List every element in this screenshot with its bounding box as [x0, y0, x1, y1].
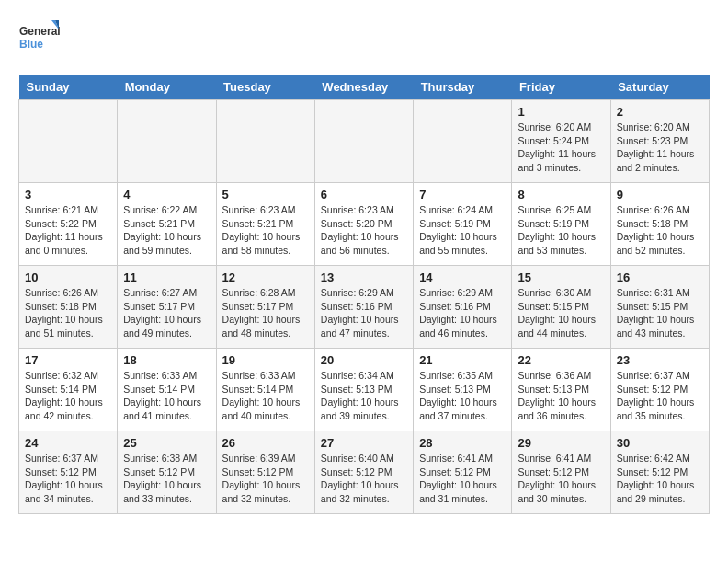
day-number: 18: [123, 353, 210, 367]
day-info: Sunrise: 6:42 AM Sunset: 5:12 PM Dayligh…: [617, 452, 703, 506]
day-number: 25: [123, 436, 210, 450]
calendar-header: SundayMondayTuesdayWednesdayThursdayFrid…: [19, 75, 710, 100]
day-number: 20: [321, 353, 407, 367]
day-number: 22: [518, 353, 604, 367]
day-cell: 13Sunrise: 6:29 AM Sunset: 5:16 PM Dayli…: [314, 266, 413, 349]
day-cell: [414, 100, 512, 183]
day-number: 27: [321, 436, 407, 450]
day-info: Sunrise: 6:28 AM Sunset: 5:17 PM Dayligh…: [222, 286, 309, 340]
day-cell: 15Sunrise: 6:30 AM Sunset: 5:15 PM Dayli…: [512, 266, 610, 349]
day-cell: 14Sunrise: 6:29 AM Sunset: 5:16 PM Dayli…: [414, 266, 512, 349]
day-info: Sunrise: 6:22 AM Sunset: 5:21 PM Dayligh…: [123, 203, 210, 258]
day-cell: 23Sunrise: 6:37 AM Sunset: 5:12 PM Dayli…: [610, 349, 709, 431]
day-info: Sunrise: 6:21 AM Sunset: 5:22 PM Dayligh…: [25, 203, 111, 258]
day-info: Sunrise: 6:24 AM Sunset: 5:19 PM Dayligh…: [419, 203, 506, 258]
day-info: Sunrise: 6:33 AM Sunset: 5:14 PM Dayligh…: [123, 369, 210, 423]
day-cell: 16Sunrise: 6:31 AM Sunset: 5:15 PM Dayli…: [610, 266, 709, 349]
day-number: 14: [419, 270, 506, 284]
day-cell: [19, 100, 118, 183]
day-number: 1: [518, 105, 604, 119]
header-cell-tuesday: Tuesday: [216, 75, 314, 100]
day-number: 9: [617, 188, 703, 201]
day-number: 11: [123, 270, 210, 284]
week-row-2: 10Sunrise: 6:26 AM Sunset: 5:18 PM Dayli…: [19, 266, 710, 349]
day-number: 26: [222, 436, 309, 450]
day-number: 4: [123, 188, 210, 201]
week-row-1: 3Sunrise: 6:21 AM Sunset: 5:22 PM Daylig…: [19, 183, 710, 266]
day-cell: 24Sunrise: 6:37 AM Sunset: 5:12 PM Dayli…: [19, 431, 118, 514]
header-cell-wednesday: Wednesday: [314, 75, 413, 100]
day-number: 30: [617, 436, 703, 450]
header-cell-thursday: Thursday: [414, 75, 512, 100]
day-cell: 5Sunrise: 6:23 AM Sunset: 5:21 PM Daylig…: [216, 183, 314, 266]
day-info: Sunrise: 6:20 AM Sunset: 5:23 PM Dayligh…: [617, 121, 703, 175]
day-cell: 2Sunrise: 6:20 AM Sunset: 5:23 PM Daylig…: [610, 100, 709, 183]
day-cell: 29Sunrise: 6:41 AM Sunset: 5:12 PM Dayli…: [512, 431, 610, 514]
logo: General Blue: [18, 18, 60, 60]
day-number: 13: [321, 270, 407, 284]
day-info: Sunrise: 6:37 AM Sunset: 5:12 PM Dayligh…: [617, 369, 703, 423]
day-info: Sunrise: 6:34 AM Sunset: 5:13 PM Dayligh…: [321, 369, 407, 423]
day-number: 15: [518, 270, 604, 284]
day-cell: 17Sunrise: 6:32 AM Sunset: 5:14 PM Dayli…: [19, 349, 118, 431]
day-cell: 18Sunrise: 6:33 AM Sunset: 5:14 PM Dayli…: [118, 349, 216, 431]
week-row-0: 1Sunrise: 6:20 AM Sunset: 5:24 PM Daylig…: [19, 100, 710, 183]
day-number: 28: [419, 436, 506, 450]
day-cell: 11Sunrise: 6:27 AM Sunset: 5:17 PM Dayli…: [118, 266, 216, 349]
day-number: 23: [617, 353, 703, 367]
day-number: 12: [222, 270, 309, 284]
day-number: 24: [25, 436, 111, 450]
day-cell: 3Sunrise: 6:21 AM Sunset: 5:22 PM Daylig…: [19, 183, 118, 266]
day-cell: 8Sunrise: 6:25 AM Sunset: 5:19 PM Daylig…: [512, 183, 610, 266]
day-number: 5: [222, 188, 309, 201]
day-cell: 28Sunrise: 6:41 AM Sunset: 5:12 PM Dayli…: [414, 431, 512, 514]
day-number: 7: [419, 188, 506, 201]
day-cell: 20Sunrise: 6:34 AM Sunset: 5:13 PM Dayli…: [314, 349, 413, 431]
header-cell-friday: Friday: [512, 75, 610, 100]
header-cell-sunday: Sunday: [19, 75, 118, 100]
day-number: 3: [25, 188, 111, 201]
day-number: 8: [518, 188, 604, 201]
day-number: 2: [617, 105, 703, 119]
day-cell: 26Sunrise: 6:39 AM Sunset: 5:12 PM Dayli…: [216, 431, 314, 514]
day-cell: 1Sunrise: 6:20 AM Sunset: 5:24 PM Daylig…: [512, 100, 610, 183]
day-info: Sunrise: 6:38 AM Sunset: 5:12 PM Dayligh…: [123, 452, 210, 506]
day-cell: 27Sunrise: 6:40 AM Sunset: 5:12 PM Dayli…: [314, 431, 413, 514]
day-info: Sunrise: 6:26 AM Sunset: 5:18 PM Dayligh…: [25, 286, 111, 340]
logo-svg: General Blue: [18, 18, 60, 60]
day-cell: 7Sunrise: 6:24 AM Sunset: 5:19 PM Daylig…: [414, 183, 512, 266]
day-info: Sunrise: 6:32 AM Sunset: 5:14 PM Dayligh…: [25, 369, 111, 423]
day-info: Sunrise: 6:31 AM Sunset: 5:15 PM Dayligh…: [617, 286, 703, 340]
header-cell-monday: Monday: [118, 75, 216, 100]
day-info: Sunrise: 6:36 AM Sunset: 5:13 PM Dayligh…: [518, 369, 604, 423]
calendar-body: 1Sunrise: 6:20 AM Sunset: 5:24 PM Daylig…: [19, 100, 710, 514]
day-number: 19: [222, 353, 309, 367]
day-info: Sunrise: 6:35 AM Sunset: 5:13 PM Dayligh…: [419, 369, 506, 423]
day-cell: [216, 100, 314, 183]
day-number: 21: [419, 353, 506, 367]
day-info: Sunrise: 6:37 AM Sunset: 5:12 PM Dayligh…: [25, 452, 111, 506]
day-cell: 21Sunrise: 6:35 AM Sunset: 5:13 PM Dayli…: [414, 349, 512, 431]
day-info: Sunrise: 6:23 AM Sunset: 5:20 PM Dayligh…: [321, 203, 407, 258]
day-cell: [314, 100, 413, 183]
day-info: Sunrise: 6:26 AM Sunset: 5:18 PM Dayligh…: [617, 203, 703, 258]
day-cell: 19Sunrise: 6:33 AM Sunset: 5:14 PM Dayli…: [216, 349, 314, 431]
day-info: Sunrise: 6:40 AM Sunset: 5:12 PM Dayligh…: [321, 452, 407, 506]
day-number: 16: [617, 270, 703, 284]
svg-text:General: General: [19, 25, 60, 38]
day-info: Sunrise: 6:41 AM Sunset: 5:12 PM Dayligh…: [419, 452, 506, 506]
day-info: Sunrise: 6:29 AM Sunset: 5:16 PM Dayligh…: [419, 286, 506, 340]
day-cell: 25Sunrise: 6:38 AM Sunset: 5:12 PM Dayli…: [118, 431, 216, 514]
day-info: Sunrise: 6:33 AM Sunset: 5:14 PM Dayligh…: [222, 369, 309, 423]
day-cell: 30Sunrise: 6:42 AM Sunset: 5:12 PM Dayli…: [610, 431, 709, 514]
day-cell: 10Sunrise: 6:26 AM Sunset: 5:18 PM Dayli…: [19, 266, 118, 349]
header-cell-saturday: Saturday: [610, 75, 709, 100]
day-cell: 6Sunrise: 6:23 AM Sunset: 5:20 PM Daylig…: [314, 183, 413, 266]
day-number: 29: [518, 436, 604, 450]
day-cell: 9Sunrise: 6:26 AM Sunset: 5:18 PM Daylig…: [610, 183, 709, 266]
day-info: Sunrise: 6:29 AM Sunset: 5:16 PM Dayligh…: [321, 286, 407, 340]
header: General Blue: [18, 18, 710, 60]
calendar-table: SundayMondayTuesdayWednesdayThursdayFrid…: [18, 75, 710, 514]
day-info: Sunrise: 6:20 AM Sunset: 5:24 PM Dayligh…: [518, 121, 604, 175]
day-info: Sunrise: 6:25 AM Sunset: 5:19 PM Dayligh…: [518, 203, 604, 258]
